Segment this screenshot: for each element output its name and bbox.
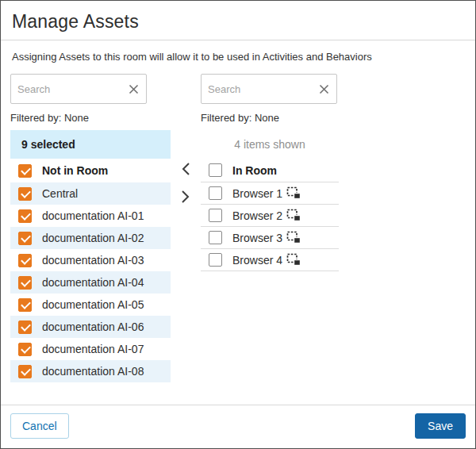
items-shown-count: 4 items shown bbox=[201, 130, 339, 159]
cancel-button[interactable]: Cancel bbox=[10, 413, 69, 439]
save-button[interactable]: Save bbox=[415, 413, 466, 439]
select-all-checkbox[interactable] bbox=[209, 163, 222, 177]
dialog-description: Assigning Assets to this room will allow… bbox=[1, 40, 475, 64]
in-room-header-label: In Room bbox=[232, 164, 277, 177]
row-checkbox[interactable] bbox=[209, 209, 222, 222]
right-search-box bbox=[201, 74, 337, 104]
browser-asset-icon bbox=[286, 231, 301, 244]
chevron-left-icon bbox=[181, 162, 190, 176]
page-title: Manage Assets bbox=[12, 11, 464, 33]
clear-search-icon bbox=[129, 84, 139, 94]
in-room-row[interactable]: Browser 3 bbox=[201, 227, 339, 249]
not-in-room-row[interactable]: documentation AI-01 bbox=[10, 205, 171, 227]
not-in-room-row[interactable]: documentation AI-04 bbox=[10, 271, 171, 294]
clear-search-icon bbox=[319, 84, 329, 94]
dialog-footer: Cancel Save bbox=[1, 405, 475, 448]
row-checkbox[interactable] bbox=[18, 276, 32, 290]
in-room-row[interactable]: Browser 1 bbox=[201, 182, 339, 205]
row-checkbox[interactable] bbox=[18, 298, 32, 312]
row-checkbox[interactable] bbox=[209, 231, 222, 244]
asset-name: documentation AI-08 bbox=[42, 365, 144, 378]
not-in-room-row[interactable]: documentation AI-02 bbox=[10, 227, 171, 249]
asset-name: Browser 3 bbox=[232, 232, 282, 244]
not-in-room-header-row[interactable]: Not in Room bbox=[10, 159, 171, 182]
left-search-box bbox=[10, 74, 147, 104]
in-room-row[interactable]: Browser 4 bbox=[201, 249, 339, 271]
in-room-list: 4 items shown In Room Browser 1 Browser … bbox=[201, 130, 339, 271]
in-room-items: Browser 1 Browser 2 Browser 3 Browser 4 bbox=[201, 182, 339, 271]
in-room-row[interactable]: Browser 2 bbox=[201, 205, 339, 227]
not-in-room-header-label: Not in Room bbox=[42, 164, 108, 177]
row-checkbox[interactable] bbox=[18, 232, 32, 245]
not-in-room-row[interactable]: documentation AI-03 bbox=[10, 249, 171, 271]
row-checkbox[interactable] bbox=[18, 254, 32, 267]
row-checkbox[interactable] bbox=[209, 186, 222, 200]
row-checkbox[interactable] bbox=[18, 343, 32, 356]
select-all-checkbox[interactable] bbox=[18, 164, 32, 178]
asset-name: Browser 1 bbox=[232, 187, 282, 200]
left-search-input[interactable] bbox=[11, 83, 121, 95]
not-in-room-list: 9 selected Not in Room Central documenta… bbox=[10, 130, 171, 382]
asset-name: documentation AI-03 bbox=[42, 254, 144, 267]
not-in-room-items: Central documentation AI-01 documentatio… bbox=[10, 182, 171, 382]
right-clear-search-button[interactable] bbox=[311, 75, 336, 103]
chevron-right-icon bbox=[181, 190, 190, 204]
row-checkbox[interactable] bbox=[18, 365, 32, 378]
right-filter-status: Filtered by: None bbox=[201, 104, 339, 130]
move-to-left-button[interactable] bbox=[174, 157, 198, 181]
browser-asset-icon bbox=[286, 209, 301, 222]
dialog-header: Manage Assets bbox=[1, 1, 475, 40]
asset-name: documentation AI-07 bbox=[42, 343, 144, 355]
row-checkbox[interactable] bbox=[18, 320, 32, 334]
not-in-room-row[interactable]: Central bbox=[10, 182, 171, 205]
in-room-panel: Filtered by: None 4 items shown In Room … bbox=[201, 74, 339, 271]
asset-name: Central bbox=[42, 187, 78, 200]
asset-transfer-panels: Filtered by: None 9 selected Not in Room… bbox=[1, 64, 475, 382]
browser-asset-icon bbox=[286, 253, 301, 267]
asset-name: documentation AI-04 bbox=[42, 276, 144, 289]
in-room-header-row[interactable]: In Room bbox=[201, 159, 339, 182]
manage-assets-dialog: Manage Assets Assigning Assets to this r… bbox=[0, 0, 476, 449]
browser-asset-icon bbox=[286, 186, 301, 200]
left-clear-search-button[interactable] bbox=[121, 75, 146, 103]
asset-name: documentation AI-05 bbox=[42, 298, 144, 311]
asset-name: documentation AI-06 bbox=[42, 320, 144, 333]
not-in-room-row[interactable]: documentation AI-07 bbox=[10, 338, 171, 360]
not-in-room-panel: Filtered by: None 9 selected Not in Room… bbox=[10, 74, 171, 382]
asset-name: Browser 4 bbox=[232, 254, 282, 267]
selected-count-banner: 9 selected bbox=[10, 130, 171, 159]
not-in-room-row[interactable]: documentation AI-06 bbox=[10, 316, 171, 338]
not-in-room-row[interactable]: documentation AI-08 bbox=[10, 360, 171, 382]
asset-name: documentation AI-01 bbox=[42, 209, 144, 222]
asset-name: Browser 2 bbox=[232, 209, 282, 222]
row-checkbox[interactable] bbox=[18, 209, 32, 223]
right-search-input[interactable] bbox=[202, 83, 311, 95]
row-checkbox[interactable] bbox=[209, 253, 222, 267]
not-in-room-row[interactable]: documentation AI-05 bbox=[10, 294, 171, 316]
transfer-controls bbox=[171, 74, 201, 209]
asset-name: documentation AI-02 bbox=[42, 232, 144, 244]
move-to-right-button[interactable] bbox=[174, 185, 198, 209]
left-filter-status: Filtered by: None bbox=[10, 104, 171, 130]
row-checkbox[interactable] bbox=[18, 187, 32, 201]
